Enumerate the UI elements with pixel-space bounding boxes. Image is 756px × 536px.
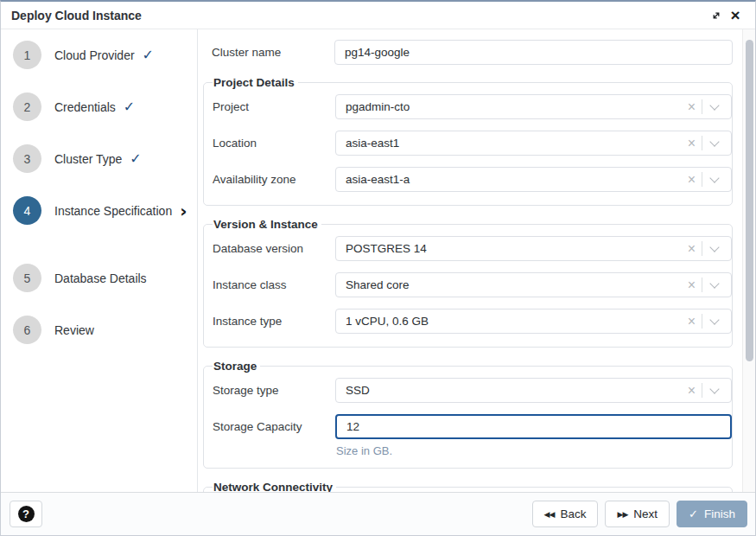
- instance-class-value[interactable]: [346, 278, 682, 291]
- project-value[interactable]: [346, 100, 682, 113]
- step-number-badge: 3: [13, 144, 41, 173]
- instance-class-select[interactable]: ×: [335, 272, 732, 297]
- help-icon: ?: [18, 506, 35, 522]
- storage-type-row: Storage type ×: [213, 378, 732, 403]
- step-label: Credentials: [54, 100, 116, 114]
- dialog-titlebar: Deploy Cloud Instance ×: [1, 2, 755, 29]
- check-icon: ✓: [130, 150, 141, 167]
- storage-type-select[interactable]: ×: [335, 378, 732, 403]
- cluster-name-row: Cluster name: [201, 40, 733, 65]
- storage-title: Storage: [213, 360, 260, 373]
- storage-section: Storage Storage type × Storage Capacity …: [203, 360, 733, 469]
- database-version-select[interactable]: ×: [335, 236, 732, 261]
- divider: [702, 241, 702, 256]
- storage-capacity-helper: Size in GB.: [336, 444, 732, 457]
- storage-capacity-label: Storage Capacity: [213, 414, 335, 433]
- step-instance-specification[interactable]: 4 Instance Specification ›: [13, 196, 197, 225]
- location-select[interactable]: ×: [335, 131, 732, 156]
- location-value[interactable]: [346, 137, 682, 150]
- next-button-label: Next: [633, 507, 658, 520]
- check-icon: ✓: [689, 507, 698, 520]
- dialog-body: 1 Cloud Provider ✓ 2 Credentials ✓ 3 Clu…: [1, 29, 755, 492]
- close-icon[interactable]: ×: [726, 6, 745, 25]
- version-instance-title: Version & Instance: [213, 218, 321, 231]
- availability-zone-select[interactable]: ×: [335, 167, 732, 192]
- chevron-down-icon[interactable]: [709, 100, 719, 110]
- dialog-footer: ? ◀◀ Back ▶▶ Next ✓ Finish: [1, 492, 755, 535]
- instance-type-select[interactable]: ×: [335, 309, 732, 334]
- check-icon: ✓: [143, 47, 154, 63]
- divider: [702, 278, 702, 292]
- chevron-right-icon: ›: [180, 205, 187, 217]
- step-label: Instance Specification: [54, 204, 172, 218]
- version-instance-section: Version & Instance Database version × In…: [203, 218, 733, 348]
- double-arrow-left-icon: ◀◀: [544, 510, 555, 519]
- step-credentials[interactable]: 2 Credentials ✓: [13, 93, 197, 121]
- database-version-row: Database version ×: [213, 236, 732, 261]
- instance-type-label: Instance type: [213, 309, 335, 328]
- chevron-down-icon[interactable]: [709, 384, 719, 393]
- step-number-badge: 4: [13, 196, 41, 225]
- back-button-label: Back: [560, 507, 586, 520]
- storage-type-value[interactable]: [346, 384, 682, 397]
- chevron-down-icon[interactable]: [709, 137, 719, 146]
- divider: [702, 383, 702, 398]
- storage-capacity-input[interactable]: [335, 414, 732, 439]
- chevron-down-icon[interactable]: [709, 242, 719, 252]
- instance-class-label: Instance class: [213, 272, 335, 291]
- instance-type-value[interactable]: [346, 315, 682, 328]
- double-arrow-right-icon: ▶▶: [617, 510, 627, 519]
- deploy-cloud-instance-dialog: Deploy Cloud Instance × 1 Cloud Provider…: [0, 0, 756, 536]
- cluster-name-label: Cluster name: [212, 40, 334, 59]
- step-number-badge: 6: [13, 316, 41, 344]
- step-label: Cloud Provider: [54, 48, 135, 62]
- wizard-steps: 1 Cloud Provider ✓ 2 Credentials ✓ 3 Clu…: [1, 29, 198, 492]
- clear-icon[interactable]: ×: [682, 315, 702, 329]
- network-connectivity-title: Network Connectivity: [213, 481, 336, 492]
- next-button[interactable]: ▶▶ Next: [605, 501, 670, 527]
- finish-button-label: Finish: [704, 507, 735, 520]
- chevron-down-icon[interactable]: [709, 173, 719, 182]
- step-cluster-type[interactable]: 3 Cluster Type ✓: [13, 144, 197, 173]
- database-version-value[interactable]: [346, 242, 682, 255]
- divider: [702, 99, 702, 114]
- availability-zone-value[interactable]: [346, 173, 682, 186]
- step-number-badge: 5: [13, 264, 41, 292]
- divider: [702, 172, 702, 187]
- dialog-title: Deploy Cloud Instance: [11, 9, 142, 22]
- step-cloud-provider[interactable]: 1 Cloud Provider ✓: [13, 41, 197, 69]
- clear-icon[interactable]: ×: [682, 278, 702, 292]
- form-panel: Cluster name Project Details Project ×: [198, 29, 755, 492]
- instance-class-row: Instance class ×: [213, 272, 732, 297]
- vertical-scrollbar[interactable]: [742, 29, 755, 492]
- chevron-down-icon[interactable]: [709, 315, 719, 324]
- step-database-details[interactable]: 5 Database Details: [13, 264, 197, 292]
- project-label: Project: [213, 94, 335, 113]
- project-select[interactable]: ×: [335, 94, 732, 119]
- finish-button[interactable]: ✓ Finish: [677, 501, 747, 527]
- cluster-name-input[interactable]: [334, 40, 733, 65]
- back-button[interactable]: ◀◀ Back: [532, 501, 599, 527]
- step-label: Review: [54, 323, 94, 337]
- availability-zone-label: Availability zone: [213, 167, 335, 186]
- step-label: Database Details: [54, 271, 147, 285]
- maximize-icon[interactable]: [707, 6, 726, 25]
- clear-icon[interactable]: ×: [682, 173, 702, 187]
- availability-zone-row: Availability zone ×: [213, 167, 732, 192]
- divider: [702, 136, 702, 150]
- chevron-down-icon[interactable]: [709, 278, 719, 288]
- clear-icon[interactable]: ×: [682, 384, 702, 398]
- clear-icon[interactable]: ×: [682, 242, 702, 256]
- scrollbar-thumb[interactable]: [746, 40, 753, 361]
- step-review[interactable]: 6 Review: [13, 316, 197, 344]
- project-row: Project ×: [213, 94, 732, 119]
- location-label: Location: [213, 131, 335, 150]
- project-details-section: Project Details Project × Location ×: [203, 76, 733, 206]
- step-number-badge: 1: [13, 41, 41, 69]
- divider: [702, 314, 702, 329]
- clear-icon[interactable]: ×: [682, 137, 702, 150]
- clear-icon[interactable]: ×: [682, 100, 702, 114]
- help-button[interactable]: ?: [10, 501, 42, 527]
- instance-type-row: Instance type ×: [213, 309, 732, 334]
- network-connectivity-section: Network Connectivity: [203, 481, 733, 492]
